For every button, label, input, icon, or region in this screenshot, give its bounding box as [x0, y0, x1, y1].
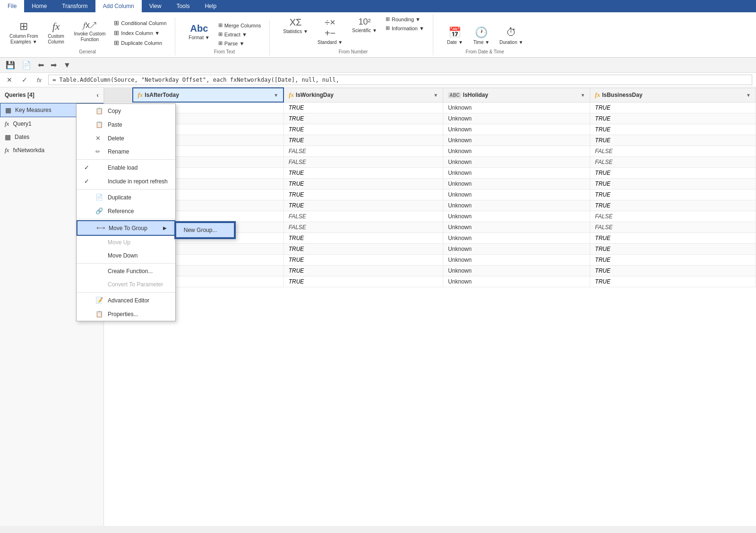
col-filter-is-working-day[interactable]: ▼ [433, 93, 438, 98]
table-row: FALSE FALSE Unknown FALSE [104, 211, 756, 222]
statistics-button[interactable]: XΣ Statistics ▼ [279, 15, 312, 36]
table-row: FALSE TRUE Unknown TRUE [104, 102, 756, 113]
format-button[interactable]: Abc Format ▼ [185, 21, 213, 43]
custom-column-icon: fx [52, 20, 60, 33]
context-copy[interactable]: 📋 Copy [77, 104, 175, 118]
col-label-is-working-day: IsWorkingDay [296, 92, 334, 98]
cell-is-business-day: FALSE [590, 222, 756, 233]
information-icon: ⊞ [386, 25, 390, 31]
context-paste[interactable]: 📋 Paste [77, 118, 175, 131]
duplicate-column-button[interactable]: ⊞ Duplicate Column [111, 38, 169, 47]
undo-button[interactable]: ⬅ [36, 60, 46, 70]
cell-is-business-day: FALSE [590, 157, 756, 168]
context-delete[interactable]: ✕ Delete [77, 131, 175, 145]
invoke-custom-function-button[interactable]: 𝑓x↗ Invoke CustomFunction [70, 18, 110, 44]
sidebar: Queries [4] ‹ ▦ Key Measures 📋 Copy 📋 Pa… [0, 87, 104, 526]
index-column-button[interactable]: ⊞ Index Column ▼ [111, 28, 169, 37]
invoke-custom-function-label: Invoke CustomFunction [74, 31, 106, 43]
redo-button[interactable]: ➡ [49, 60, 59, 70]
sidebar-item-key-measures[interactable]: ▦ Key Measures 📋 Copy 📋 Paste ✕ Delete [0, 103, 103, 117]
merge-columns-icon: ⊞ [218, 22, 223, 28]
tab-home[interactable]: Home [24, 0, 54, 12]
context-enable-load[interactable]: ✓ Enable load [77, 161, 175, 174]
cell-is-business-day: TRUE [590, 189, 756, 200]
extract-button[interactable]: ⊞ Extract ▼ [215, 30, 264, 38]
context-advanced-editor[interactable]: 📝 Advanced Editor [77, 293, 175, 307]
save-button[interactable]: 💾 [4, 60, 17, 70]
cell-is-business-day: TRUE [590, 244, 756, 255]
context-reference[interactable]: 🔗 Reference [77, 204, 175, 218]
conditional-column-icon: ⊞ [114, 19, 119, 26]
formula-confirm-button[interactable]: ✓ [19, 75, 30, 85]
cell-is-business-day: TRUE [590, 113, 756, 124]
from-text-small-buttons: ⊞ Merge Columns ⊞ Extract ▼ ⊞ Parse ▼ [215, 21, 264, 47]
parse-icon: ⊞ [218, 40, 223, 46]
col-header-is-after-today[interactable]: fx IsAfterToday ▼ [133, 88, 284, 102]
table-row: FALSE TRUE Unknown TRUE [104, 189, 756, 200]
cell-is-working-day: TRUE [284, 200, 443, 211]
date-button[interactable]: 📅 Date ▼ [443, 25, 467, 47]
rounding-label: Rounding ▼ [392, 17, 421, 22]
col-label-is-business-day: IsBusinessDay [602, 92, 642, 98]
cell-is-working-day: TRUE [284, 266, 443, 276]
cell-is-business-day: TRUE [590, 124, 756, 135]
tab-add-column[interactable]: Add Column [95, 0, 142, 12]
submenu-new-group[interactable]: New Group... [175, 222, 235, 238]
col-header-is-holiday[interactable]: ABC IsHoliday ▼ [443, 88, 590, 102]
cell-is-working-day: TRUE [284, 255, 443, 266]
scientific-button[interactable]: 10² Scientific ▼ [348, 15, 381, 35]
col-type-fx-2: fx [289, 91, 294, 99]
cell-is-working-day: TRUE [284, 168, 443, 179]
duration-button[interactable]: ⏱ Duration ▼ [496, 25, 527, 47]
sidebar-header: Queries [4] ‹ [0, 87, 103, 103]
tab-file[interactable]: File [0, 0, 24, 12]
tab-transform[interactable]: Transform [54, 0, 95, 12]
col-filter-is-after-today[interactable]: ▼ [274, 93, 278, 98]
duration-label: Duration ▼ [499, 40, 523, 45]
context-move-down[interactable]: Move Down [77, 249, 175, 262]
more-button[interactable]: ▼ [61, 60, 73, 70]
context-create-function[interactable]: Create Function... [77, 265, 175, 278]
parse-button[interactable]: ⊞ Parse ▼ [215, 39, 264, 47]
context-move-up: Move Up [77, 236, 175, 249]
duplicate-icon: 📄 [95, 194, 104, 201]
col-header-is-business-day[interactable]: fx IsBusinessDay ▼ [590, 88, 756, 102]
data-table: fx IsAfterToday ▼ fx IsWorkingDay ▼ [104, 87, 756, 287]
information-label: Information ▼ [392, 26, 424, 31]
new-button[interactable]: 📄 [20, 60, 33, 70]
information-button[interactable]: ⊞ Information ▼ [383, 24, 427, 32]
custom-column-button[interactable]: fx CustomColumn [44, 18, 69, 47]
context-duplicate[interactable]: 📄 Duplicate [77, 190, 175, 204]
context-include-report-refresh[interactable]: ✓ Include in report refresh [77, 174, 175, 188]
cell-is-business-day: TRUE [590, 168, 756, 179]
sidebar-collapse-button[interactable]: ‹ [96, 91, 99, 99]
format-label: Format ▼ [189, 35, 209, 41]
cell-is-holiday: Unknown [443, 233, 590, 244]
tab-view[interactable]: View [142, 0, 169, 12]
formula-bar-input[interactable] [48, 75, 752, 85]
formula-cancel-button[interactable]: ✕ [4, 75, 15, 85]
extract-icon: ⊞ [218, 31, 223, 37]
quick-access-toolbar: 💾 📄 ⬅ ➡ ▼ [0, 58, 756, 73]
standard-button[interactable]: ÷×+− Standard ▼ [314, 15, 346, 47]
context-rename[interactable]: ✏ Rename [77, 145, 175, 158]
cell-is-holiday: Unknown [443, 222, 590, 233]
context-properties[interactable]: 📋 Properties... [77, 307, 175, 321]
table-row: FALSE FALSE Unknown FALSE [104, 157, 756, 168]
tab-help[interactable]: Help [197, 0, 224, 12]
cell-is-business-day: TRUE [590, 102, 756, 113]
col-filter-is-business-day[interactable]: ▼ [746, 93, 751, 98]
time-button[interactable]: 🕐 Time ▼ [469, 25, 494, 47]
conditional-column-button[interactable]: ⊞ Conditional Column [111, 18, 169, 27]
merge-columns-button[interactable]: ⊞ Merge Columns [215, 21, 264, 29]
tab-tools[interactable]: Tools [169, 0, 197, 12]
scientific-label: Scientific ▼ [352, 28, 377, 34]
table-row: 57 SE FALSE TRUE Unknown TRUE [104, 276, 756, 287]
col-filter-is-holiday[interactable]: ▼ [580, 93, 585, 98]
column-from-examples-button[interactable]: ⊞ Column FromExamples ▼ [6, 18, 42, 47]
date-icon: 📅 [448, 26, 461, 39]
col-type-fx-3: fx [595, 91, 600, 99]
col-header-is-working-day[interactable]: fx IsWorkingDay ▼ [284, 88, 443, 102]
rounding-button[interactable]: ⊞ Rounding ▼ [383, 15, 427, 23]
context-move-to-group[interactable]: ⟷ Move To Group ▶ New Group... [77, 220, 175, 236]
